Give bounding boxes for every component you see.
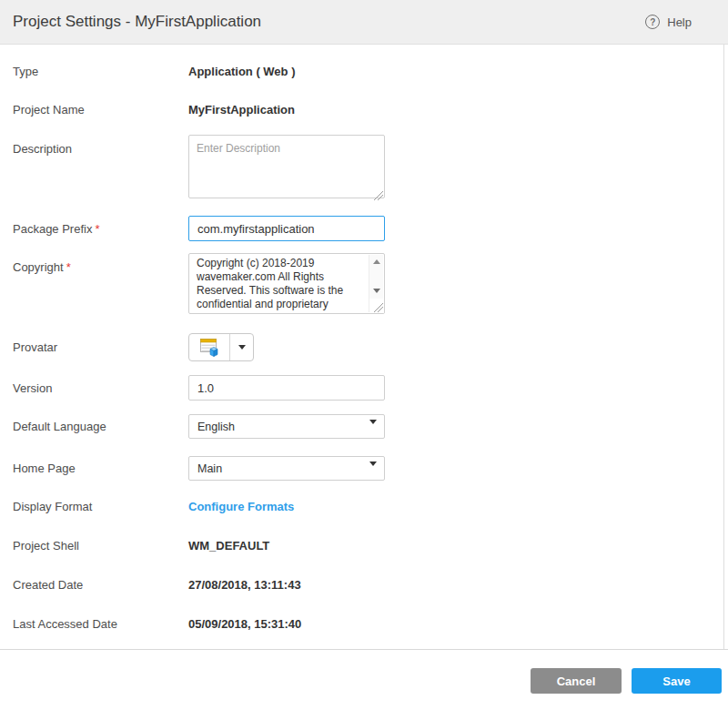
default-language-label: Default Language	[13, 420, 188, 433]
version-input[interactable]	[188, 375, 385, 401]
row-display-format: Display Format Configure Formats	[13, 500, 294, 513]
provatar-picker-button[interactable]	[188, 333, 254, 361]
copyright-textarea[interactable]: Copyright (c) 2018-2019 wavemaker.com Al…	[188, 253, 385, 314]
cancel-button[interactable]: Cancel	[531, 668, 622, 694]
chevron-down-icon	[238, 345, 246, 350]
row-project-name: Project Name MyFirstApplication	[13, 103, 295, 117]
required-asterisk: *	[95, 222, 99, 236]
row-copyright: Copyright* Copyright (c) 2018-2019 wavem…	[13, 253, 385, 314]
created-date-value: 27/08/2018, 13:11:43	[188, 578, 301, 592]
provatar-image-button[interactable]	[189, 334, 230, 360]
project-shell-value: WM_DEFAULT	[188, 539, 269, 553]
resize-corner[interactable]	[369, 299, 384, 313]
provatar-label: Provatar	[13, 340, 188, 354]
required-asterisk: *	[66, 260, 71, 274]
row-provatar: Provatar	[13, 333, 254, 361]
row-last-accessed-date: Last Accessed Date 05/09/2018, 15:31:40	[13, 617, 301, 631]
row-default-language: Default Language English	[13, 414, 385, 439]
row-home-page: Home Page Main	[13, 456, 385, 481]
project-name-label: Project Name	[13, 103, 188, 117]
project-settings-dialog: Project Settings - MyFirstApplication ? …	[0, 0, 728, 710]
version-label: Version	[13, 381, 188, 395]
last-accessed-date-value: 05/09/2018, 15:31:40	[188, 617, 301, 631]
package-prefix-input[interactable]	[188, 216, 385, 241]
type-label: Type	[13, 65, 188, 78]
configure-formats-link[interactable]: Configure Formats	[188, 500, 294, 513]
project-shell-label: Project Shell	[13, 539, 188, 553]
footer-divider	[0, 649, 728, 650]
help-icon: ?	[645, 15, 660, 29]
provatar-dropdown-button[interactable]	[230, 334, 253, 360]
package-prefix-label: Package Prefix*	[13, 222, 188, 236]
copyright-label: Copyright*	[13, 253, 188, 274]
type-value: Application ( Web )	[188, 65, 295, 78]
row-project-shell: Project Shell WM_DEFAULT	[13, 539, 269, 553]
page-title: Project Settings - MyFirstApplication	[13, 13, 261, 31]
save-button[interactable]: Save	[632, 668, 722, 694]
provatar-table-cube-icon	[198, 338, 220, 358]
help-label: Help	[667, 15, 692, 29]
default-language-select[interactable]: English	[188, 414, 385, 439]
help-button[interactable]: ? Help	[645, 15, 692, 29]
description-textarea[interactable]	[188, 135, 385, 198]
last-accessed-date-label: Last Accessed Date	[13, 617, 188, 631]
description-label: Description	[13, 135, 188, 156]
home-page-label: Home Page	[13, 462, 188, 475]
row-version: Version	[13, 375, 385, 401]
resize-grip-icon	[374, 303, 383, 312]
dialog-right-border	[723, 45, 724, 649]
home-page-select[interactable]: Main	[188, 456, 385, 481]
copyright-text: Copyright (c) 2018-2019 wavemaker.com Al…	[197, 257, 366, 313]
row-created-date: Created Date 27/08/2018, 13:11:43	[13, 578, 301, 592]
project-name-value: MyFirstApplication	[188, 103, 295, 117]
row-description: Description	[13, 135, 385, 202]
created-date-label: Created Date	[13, 578, 188, 592]
scroll-up-icon[interactable]	[369, 255, 384, 269]
row-type: Type Application ( Web )	[13, 65, 295, 78]
row-package-prefix: Package Prefix*	[13, 216, 385, 241]
scroll-down-icon[interactable]	[369, 284, 384, 298]
display-format-label: Display Format	[13, 500, 188, 513]
dialog-header: Project Settings - MyFirstApplication ? …	[0, 0, 728, 45]
